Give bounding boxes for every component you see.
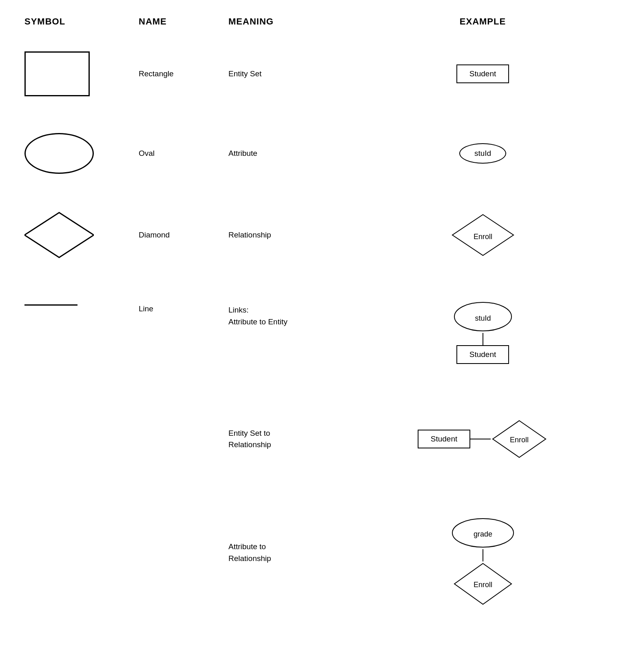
line-example-connector	[483, 333, 483, 345]
header-meaning: MEANING	[228, 16, 359, 27]
example-attr-rel: grade Enroll	[359, 517, 607, 606]
svg-marker-0	[24, 213, 94, 257]
entity-rel-diamond: Enroll	[491, 419, 548, 459]
attr-rel-diagram: grade Enroll	[450, 517, 516, 606]
meaning-oval: Attribute	[228, 148, 359, 160]
header-example: EXAMPLE	[359, 16, 607, 27]
entity-rel-diagram: Student Enroll	[418, 419, 548, 459]
row-entity-rel: Entity Set to Relationship Student Enrol…	[24, 406, 607, 472]
name-diamond: Diamond	[139, 231, 228, 240]
meaning-entity-rel: Entity Set to Relationship	[228, 428, 359, 451]
meaning-line: Links: Attribute to Entity	[228, 300, 359, 328]
symbol-oval	[24, 133, 139, 174]
meaning-attr-rel-text1: Attribute to	[228, 542, 266, 551]
meaning-attr-rel: Attribute to Relationship	[228, 517, 359, 564]
symbol-diamond	[24, 211, 139, 259]
line-example-diagram: stuId Student	[452, 300, 514, 364]
meaning-entity-rel-text2: Relationship	[228, 440, 271, 449]
page: SYMBOL NAME MEANING EXAMPLE Rectangle En…	[0, 0, 631, 672]
meaning-rectangle: Entity Set	[228, 68, 359, 80]
name-line: Line	[139, 300, 228, 313]
line-example-oval: stuId	[452, 300, 514, 333]
svg-text:Enroll: Enroll	[510, 436, 529, 444]
meaning-entity-rel-text1: Entity Set to	[228, 429, 270, 437]
line-example-rect: Student	[456, 345, 509, 364]
example-entity-rel: Student Enroll	[359, 419, 607, 459]
example-oval: stuId	[359, 143, 607, 164]
entity-rel-rect: Student	[418, 430, 471, 448]
diamond-shape	[24, 211, 94, 259]
example-rect-shape: Student	[456, 64, 509, 83]
entity-rel-line	[470, 439, 491, 439]
svg-text:Enroll: Enroll	[473, 581, 492, 589]
header-name: NAME	[139, 16, 228, 27]
svg-text:grade: grade	[473, 530, 492, 538]
symbol-rectangle	[24, 51, 139, 96]
row-rectangle: Rectangle Entity Set Student	[24, 43, 607, 104]
oval-shape	[24, 133, 94, 174]
example-oval-shape: stuId	[459, 143, 506, 164]
example-line: stuId Student	[359, 300, 607, 364]
meaning-line-text1: Links:	[228, 306, 249, 314]
example-diamond: Enroll	[359, 213, 607, 257]
example-diamond-shape: Enroll	[450, 213, 516, 257]
row-oval: Oval Attribute stuId	[24, 125, 607, 182]
header-symbol: SYMBOL	[24, 16, 139, 27]
attr-rel-diamond: Enroll	[452, 561, 514, 606]
attr-rel-connector	[483, 549, 483, 561]
name-oval: Oval	[139, 149, 228, 158]
example-rectangle: Student	[359, 64, 607, 83]
header-row: SYMBOL NAME MEANING EXAMPLE	[24, 16, 607, 31]
meaning-attr-rel-text2: Relationship	[228, 554, 271, 563]
meaning-diamond: Relationship	[228, 229, 359, 241]
row-line: Line Links: Attribute to Entity stuId St…	[24, 292, 607, 382]
rectangle-shape	[24, 51, 90, 96]
meaning-line-text2: Attribute to Entity	[228, 317, 288, 326]
name-rectangle: Rectangle	[139, 69, 228, 78]
svg-text:Enroll: Enroll	[473, 233, 492, 241]
line-shape	[24, 304, 77, 306]
svg-text:stuId: stuId	[475, 314, 491, 322]
row-attr-rel: Attribute to Relationship grade Enroll	[24, 500, 607, 614]
symbol-line	[24, 300, 139, 306]
attr-rel-oval: grade	[450, 517, 516, 549]
row-diamond: Diamond Relationship Enroll	[24, 202, 607, 268]
